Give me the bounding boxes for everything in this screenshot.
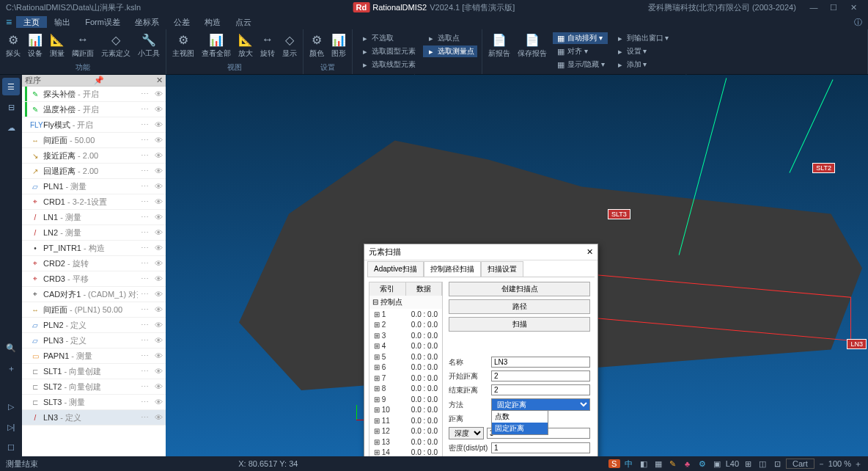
table-row[interactable]: ⊞ 10.0 : 0.0	[369, 309, 442, 320]
sb-icon[interactable]: ▦	[652, 459, 664, 469]
ribbon-不选取[interactable]: ▸不选取	[357, 32, 419, 44]
tab-扫描设置[interactable]: 扫描设置	[481, 261, 523, 277]
program-item-CRD1[interactable]: ⌖CRD1 - 3-2-1设置⋯👁	[22, 194, 166, 210]
method-dropdown[interactable]: 点数 固定距离	[491, 410, 548, 435]
sb-icon[interactable]: ✎	[667, 459, 679, 469]
ribbon-选取点[interactable]: ▸选取点	[423, 32, 477, 44]
ribbon-图形[interactable]: 📊图形	[328, 31, 349, 60]
density-input[interactable]	[491, 442, 590, 453]
create-scan-point-button[interactable]: 创建扫描点	[449, 282, 590, 296]
leftbar-search[interactable]: 🔍	[2, 339, 20, 357]
program-close[interactable]: ✕	[156, 76, 163, 85]
sb-icon[interactable]: ◫	[757, 459, 768, 469]
ribbon-小工具[interactable]: 🔧小工具	[135, 31, 163, 60]
program-item-间距面[interactable]: ↔间距面 - 50.00⋯👁	[22, 133, 166, 148]
table-row[interactable]: ⊞ 80.0 : 0.0	[369, 384, 442, 395]
program-item-CRD3[interactable]: ⌖CRD3 - 平移⋯👁	[22, 271, 166, 287]
menu-Form误差[interactable]: Form误差	[78, 16, 128, 28]
program-item-SLT2[interactable]: ⊏SLT2 - 向量创建⋯👁	[22, 379, 166, 395]
table-row[interactable]: ⊞ 100.0 : 0.0	[369, 405, 442, 416]
table-row[interactable]: ⊞ 140.0 : 0.0	[369, 448, 442, 457]
program-item-LN2[interactable]: /LN2 - 测量⋯👁	[22, 225, 166, 241]
sb-s-icon[interactable]: S	[608, 459, 620, 468]
hamburger-icon[interactable]: ≡	[6, 16, 12, 28]
menu-点云[interactable]: 点云	[228, 16, 259, 28]
ribbon-选取测量点[interactable]: ▸选取测量点	[423, 45, 477, 57]
program-item-回退距离[interactable]: ↗回退距离 - 2.00⋯👁	[22, 164, 166, 179]
leftbar-add[interactable]: ＋	[2, 359, 20, 377]
tab-控制路径扫描[interactable]: 控制路径扫描	[424, 261, 481, 277]
ribbon-阈距面[interactable]: ↔阈距面	[69, 31, 97, 60]
start-input[interactable]	[491, 370, 590, 381]
ribbon-对齐[interactable]: ▦对齐 ▾	[553, 45, 608, 57]
program-item-CRD2[interactable]: ⌖CRD2 - 旋转⋯👁	[22, 256, 166, 271]
program-item-温度补偿[interactable]: ✎温度补偿 - 开启⋯👁	[22, 102, 166, 117]
sb-gear-icon[interactable]: ⚙	[696, 459, 708, 469]
leftbar-play[interactable]: ▷	[2, 398, 20, 415]
depth-select[interactable]: 深度	[449, 427, 484, 439]
program-item-PLN1[interactable]: ▱PLN1 - 测量⋯👁	[22, 179, 166, 194]
leftbar-step[interactable]: ▷|	[2, 418, 20, 436]
tag-slt2[interactable]: SLT2	[812, 163, 835, 173]
sb-zoom-out[interactable]: －	[817, 459, 825, 470]
menu-公差[interactable]: 公差	[166, 16, 197, 28]
sb-icon[interactable]: ♣	[682, 459, 694, 468]
table-row[interactable]: ⊞ 60.0 : 0.0	[369, 362, 442, 373]
program-item-间距面[interactable]: ↔间距面 - (PLN1) 50.00⋯👁	[22, 302, 166, 318]
tag-slt3[interactable]: SLT3	[608, 209, 630, 219]
leftbar-list[interactable]: ☰	[2, 78, 20, 95]
3d-viewport[interactable]: SLT2 SLT3 PAPN1 LN3 x ✦ 元素扫描 ✕ Adaptive扫…	[166, 75, 868, 456]
end-input[interactable]	[491, 384, 590, 395]
table-row[interactable]: ⊞ 20.0 : 0.0	[369, 320, 442, 331]
ribbon-旋转[interactable]: ↔旋转	[257, 31, 278, 60]
ribbon-放大[interactable]: 📐放大	[235, 31, 256, 60]
ribbon-设备[interactable]: 📊设备	[25, 31, 45, 60]
ribbon-测量[interactable]: 📐测量	[47, 31, 67, 60]
dropdown-opt-fixed[interactable]: 固定距离	[492, 423, 548, 434]
ribbon-探头[interactable]: ⚙探头	[3, 31, 23, 60]
ribbon-主视图[interactable]: ⚙主视图	[169, 31, 197, 60]
program-item-PLN3[interactable]: ▱PLN3 - 定义⋯👁	[22, 333, 166, 348]
sb-l40[interactable]: L40	[726, 459, 739, 468]
ribbon-元素定义[interactable]: ◇元素定义	[98, 31, 133, 60]
ribbon-显示[interactable]: ◇显示	[279, 31, 300, 60]
program-item-PT_INTR1[interactable]: •PT_INTR1 - 构造⋯👁	[22, 241, 166, 256]
ribbon-设置[interactable]: ▸设置 ▾	[612, 45, 672, 57]
scan-button[interactable]: 扫描	[449, 317, 590, 332]
ribbon-到输出窗口[interactable]: ▸到输出窗口 ▾	[612, 32, 672, 44]
sb-icon[interactable]: ◧	[638, 459, 650, 469]
ribbon-选取线型元素[interactable]: ▸选取线型元素	[357, 59, 419, 70]
tag-ln3[interactable]: LN3	[847, 339, 867, 349]
table-row[interactable]: ⊞ 120.0 : 0.0	[369, 426, 442, 437]
dropdown-opt-points[interactable]: 点数	[492, 411, 548, 423]
program-item-LN3[interactable]: /LN3 - 定义⋯👁	[22, 410, 166, 426]
ribbon-查看全部[interactable]: 📊查看全部	[199, 31, 234, 60]
sb-lang-icon[interactable]: 中	[623, 459, 635, 470]
minimize-button[interactable]: —	[805, 3, 823, 12]
maximize-button[interactable]: ☐	[825, 3, 842, 12]
ribbon-新报告[interactable]: 📄新报告	[485, 31, 513, 60]
ribbon-显示/隐藏[interactable]: ▦显示/隐藏 ▾	[553, 59, 608, 70]
dialog-close[interactable]: ✕	[586, 247, 593, 257]
menu-坐标系[interactable]: 坐标系	[128, 16, 166, 28]
tab-Adaptive扫描[interactable]: Adaptive扫描	[367, 261, 424, 277]
menu-主页[interactable]: 主页	[16, 16, 47, 28]
table-row[interactable]: ⊞ 110.0 : 0.0	[369, 415, 442, 426]
program-item-SLT1[interactable]: ⊏SLT1 - 向量创建⋯👁	[22, 364, 166, 379]
table-row[interactable]: ⊞ 50.0 : 0.0	[369, 351, 442, 362]
table-row[interactable]: ⊞ 30.0 : 0.0	[369, 330, 442, 341]
table-row[interactable]: ⊞ 40.0 : 0.0	[369, 341, 442, 352]
sb-icon[interactable]: ⊡	[771, 459, 783, 469]
menu-输出[interactable]: 输出	[47, 16, 78, 28]
sb-cart[interactable]: Cart	[786, 459, 814, 469]
program-item-CAD对齐1[interactable]: ⌖CAD对齐1 - (CADM_1) 对齐于 (CRD3)⋯👁	[22, 287, 166, 302]
sb-zoom-in[interactable]: ＋	[854, 459, 862, 470]
ribbon-选取圆型元素[interactable]: ▸选取圆型元素	[357, 45, 419, 57]
table-row[interactable]: ⊞ 90.0 : 0.0	[369, 394, 442, 405]
menu-构造[interactable]: 构造	[197, 16, 228, 28]
sb-icon[interactable]: ▣	[711, 459, 723, 469]
sb-icon[interactable]: ⊞	[742, 459, 754, 469]
program-item-Fly模式[interactable]: FLYFly模式 - 开启⋯👁	[22, 117, 166, 133]
leftbar-tree[interactable]: ⊟	[2, 98, 20, 116]
name-input[interactable]	[491, 357, 590, 368]
